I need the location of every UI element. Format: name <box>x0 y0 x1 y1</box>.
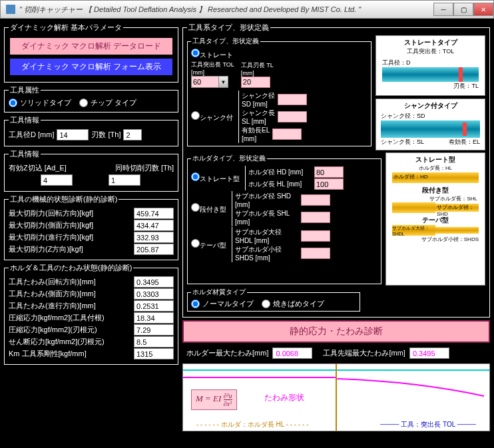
holder-shape-subgroup: ホルダタイプ、形状定義 ストレート型 ホルダ径 HD [mm] ホルダ長 HL … <box>187 154 381 284</box>
hd-input[interactable] <box>314 166 344 178</box>
result-tool-value[interactable] <box>409 347 449 359</box>
formula-text: M = EI ∂²u∂x² <box>196 393 232 403</box>
shl-input[interactable] <box>301 212 330 223</box>
defl-value-6[interactable] <box>134 348 174 359</box>
radio-tool-shank[interactable]: シャンク付 <box>191 111 233 122</box>
window-titlebar: " 切削キャッチャー 【 Detailed Tool Deflation Ana… <box>0 0 494 19</box>
defl-value-5[interactable] <box>134 336 174 347</box>
radio-mat-shrink-input[interactable] <box>262 300 270 308</box>
radio-solid-input[interactable] <box>9 99 17 107</box>
radio-holder-straight-input[interactable] <box>191 172 200 181</box>
mech-value-0[interactable] <box>134 208 174 219</box>
radio-material-normal[interactable]: ノーマルタイプ <box>191 299 254 309</box>
deflection-graph: M = EI ∂²u∂x² たわみ形状 - - - - - - ホルダ：ホルダ長… <box>182 363 490 431</box>
tool-system-legend: 工具系タイプ、形状定義 <box>187 23 270 33</box>
tool-shape-legend: 工具タイプ、形状定義 <box>191 37 260 46</box>
defl-value-3[interactable] <box>134 312 174 324</box>
dynamic-param-legend: ダイナミック解析 基本パラメータ <box>9 23 123 33</box>
defl-label-4: 圧縮応力[kgf/mm2](刃根元) <box>9 325 97 335</box>
hd-label: ホルダ径 HD [mm] <box>248 168 312 177</box>
mech-value-3[interactable] <box>134 244 174 255</box>
straight-diagram: ストレートタイプ 工具突出長：TOL 工具径：D 刃長：TL <box>375 35 485 96</box>
diameter-label: 工具径D [mm] <box>9 130 54 140</box>
shds-label: サブホルダ小径SHDS [mm] <box>235 245 298 262</box>
defl-label-0: 工具たわみ(回転方向)[mm] <box>9 277 96 287</box>
mech-value-1[interactable] <box>134 220 174 231</box>
tool-attribute-legend: 工具属性 <box>9 85 41 95</box>
adE-label: 有効Z切込 [Ad_E] <box>9 163 67 173</box>
diameter-input[interactable] <box>57 129 89 140</box>
formula-label: たわみ形状 <box>264 392 304 403</box>
radio-tip-type[interactable]: チップ タイプ <box>79 98 136 108</box>
tool-shape-subgroup: 工具タイプ、形状定義 ストレート 工具突出長 TOL[mm] 60 ▼ <box>187 37 371 146</box>
el-input[interactable] <box>272 128 302 140</box>
tool-info2-legend: 工具情報 <box>9 149 41 159</box>
sl-input[interactable] <box>278 111 307 122</box>
defl-label-2: 工具たわみ(進行方向)[mm] <box>9 301 96 311</box>
radio-tip-input[interactable] <box>79 99 88 107</box>
defl-value-1[interactable] <box>134 288 174 300</box>
radio-tool-straight-input[interactable] <box>191 49 200 57</box>
result-holder-value[interactable] <box>272 347 312 359</box>
simteeth-label: 同時切削刃数 [Th] <box>115 163 174 173</box>
el-label: 有効長EL[mm] <box>242 126 270 142</box>
tol-value: 60 <box>192 78 218 86</box>
defl-label-3: 圧縮応力[kgf/mm2](工具付根) <box>9 313 105 323</box>
shdl-label: サブホルダ大径SHDL [mm] <box>235 228 298 244</box>
window-title: " 切削キャッチャー 【 Detailed Tool Deflation Ana… <box>19 5 433 15</box>
defl-value-0[interactable] <box>134 276 174 288</box>
tl-label: 工具刃長 TL[mm] <box>241 61 274 77</box>
radio-holder-step[interactable]: 段付き型 <box>191 203 226 214</box>
chevron-down-icon[interactable]: ▼ <box>218 77 228 87</box>
radio-holder-taper-input[interactable] <box>191 239 200 248</box>
mech-label-2: 最大切削力(進行方向)[kgf] <box>9 232 93 242</box>
defl-label-6: Km 工具系剛性[kgf/mm] <box>9 349 87 359</box>
mechanical-diag-legend: 工具の機械的状態診断(静的診断) <box>9 194 119 204</box>
holder-diagrams: ストレート型 ホルダ長：HL ホルダ径：HD 段付き型 サブホルダ長：SHL サ… <box>385 152 485 286</box>
legend-holder: - - - - - - ホルダ：ホルダ長 HL - - - - - - <box>196 420 309 429</box>
tool-system-group: 工具系タイプ、形状定義 工具タイプ、形状定義 ストレート 工具突出長 TOL[m… <box>182 23 490 318</box>
mech-label-3: 最大切削力(Z方向)[kgf] <box>9 244 83 254</box>
radio-solid-type[interactable]: ソリッドタイプ <box>9 98 71 108</box>
minimize-button[interactable]: ─ <box>433 3 453 16</box>
maximize-button[interactable]: ▢ <box>453 3 473 16</box>
tl-input[interactable] <box>241 77 270 88</box>
close-button[interactable]: ✕ <box>473 3 493 16</box>
holder-material-legend: ホルダ材質タイプ <box>191 288 247 297</box>
radio-holder-step-input[interactable] <box>191 203 200 212</box>
shd-input[interactable] <box>301 194 330 206</box>
radio-mat-normal-input[interactable] <box>191 300 200 308</box>
app-icon <box>6 5 15 14</box>
hl-input[interactable] <box>314 178 344 190</box>
defl-label-1: 工具たわみ(側面方向)[mm] <box>9 289 96 299</box>
shd-label: サブホルダ径 SHD[mm] <box>235 192 298 208</box>
radio-tool-straight[interactable]: ストレート <box>191 49 233 60</box>
simteeth-input[interactable] <box>109 174 140 186</box>
mechanical-diag-group: 工具の機械的状態診断(静的診断) 最大切削力(回転方向)[kgf] 最大切削力(… <box>4 194 178 260</box>
mech-label-1: 最大切削力(側面方向)[kgf] <box>9 220 93 230</box>
deflection-diag-legend: ホルダ＆工具のたわみ状態(静的診断) <box>9 263 133 273</box>
tool-info1-legend: 工具情報 <box>9 115 41 125</box>
mech-value-2[interactable] <box>134 232 174 243</box>
shds-input[interactable] <box>301 248 330 259</box>
adE-input[interactable] <box>41 174 73 186</box>
form-display-button[interactable]: ダイナミック マクロ解析 フォーム表示 <box>9 57 174 77</box>
hl-label: ホルダ長 HL [mm] <box>248 180 312 189</box>
defl-value-4[interactable] <box>134 324 174 336</box>
teeth-label: 刃数 [Th] <box>91 130 121 140</box>
radio-material-shrink[interactable]: 焼きばめタイプ <box>262 299 324 309</box>
shl-label: サブホルダ長 SHL[mm] <box>235 209 298 226</box>
result-tool-label: 工具先端最大たわみ[mm] <box>323 348 405 358</box>
radio-holder-taper[interactable]: テーパ型 <box>191 239 226 250</box>
holder-material-group: ホルダ材質タイプ ノーマルタイプ 焼きばめタイプ <box>187 288 360 312</box>
static-diagnosis-button[interactable]: 静的応力・たわみ診断 <box>182 320 490 343</box>
data-load-button[interactable]: ダイナミック マクロ解析 データロード <box>9 37 174 56</box>
sd-input[interactable] <box>278 94 307 105</box>
defl-value-2[interactable] <box>134 300 174 312</box>
shdl-input[interactable] <box>301 230 330 242</box>
radio-tool-shank-input[interactable] <box>191 111 200 120</box>
tool-info1-group: 工具情報 工具径D [mm] 刃数 [Th] <box>4 115 178 146</box>
teeth-input[interactable] <box>123 129 142 140</box>
tol-combo[interactable]: 60 ▼ <box>191 76 228 88</box>
radio-holder-straight[interactable]: ストレート型 <box>191 172 240 184</box>
